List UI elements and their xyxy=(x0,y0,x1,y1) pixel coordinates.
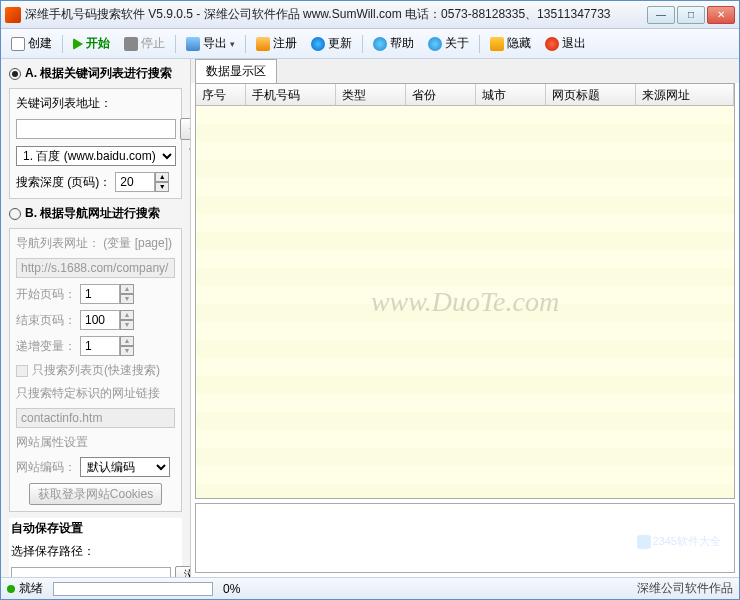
col-phone[interactable]: 手机号码 xyxy=(246,84,336,105)
progress-bar xyxy=(53,582,213,596)
data-grid[interactable]: 序号 手机号码 类型 省份 城市 网页标题 来源网址 www.DuoTe.com xyxy=(195,83,735,499)
stop-label: 停止 xyxy=(141,35,165,52)
start-page-spinner[interactable]: ▲▼ xyxy=(80,284,134,304)
grid-body[interactable]: www.DuoTe.com xyxy=(196,106,734,498)
listonly-checkbox[interactable]: 只搜索列表页(快速搜索) xyxy=(16,362,175,379)
mode-a-radio[interactable]: A. 根据关键词列表进行搜索 xyxy=(9,65,182,82)
spin-down-icon[interactable]: ▼ xyxy=(120,320,134,330)
col-seq[interactable]: 序号 xyxy=(196,84,246,105)
window-title: 深维手机号码搜索软件 V5.9.0.5 - 深维公司软件作品 www.SumWi… xyxy=(25,6,647,23)
search-engine-select[interactable]: 1. 百度 (www.baidu.com) xyxy=(16,146,176,166)
about-button[interactable]: 关于 xyxy=(422,32,475,55)
exit-button[interactable]: 退出 xyxy=(539,32,592,55)
tab-bar: 数据显示区 xyxy=(191,59,739,83)
spin-up-icon[interactable]: ▲ xyxy=(120,336,134,346)
new-icon xyxy=(11,37,25,51)
company-label: 深维公司软件作品 xyxy=(637,580,733,597)
nav-url-input[interactable] xyxy=(16,258,175,278)
about-label: 关于 xyxy=(445,35,469,52)
browse-button[interactable]: 浏览 xyxy=(175,566,191,577)
update-button[interactable]: 更新 xyxy=(305,32,358,55)
linkfilter-input[interactable] xyxy=(16,408,175,428)
export-icon xyxy=(186,37,200,51)
col-title[interactable]: 网页标题 xyxy=(546,84,636,105)
col-source[interactable]: 来源网址 xyxy=(636,84,734,105)
keyword-addr-label: 关键词列表地址： xyxy=(16,95,175,112)
stop-icon xyxy=(124,37,138,51)
import-button[interactable]: 导入 xyxy=(180,118,191,140)
autosave-title: 自动保存设置 xyxy=(11,520,180,537)
help-label: 帮助 xyxy=(390,35,414,52)
minimize-button[interactable]: — xyxy=(647,6,675,24)
increment-spinner[interactable]: ▲▼ xyxy=(80,336,134,356)
new-button[interactable]: 创建 xyxy=(5,32,58,55)
start-page-label: 开始页码： xyxy=(16,286,76,303)
radio-icon xyxy=(9,208,21,220)
mode-a-label: A. 根据关键词列表进行搜索 xyxy=(25,65,172,82)
linkfilter-label: 只搜索特定标识的网址链接 xyxy=(16,385,175,402)
close-button[interactable]: ✕ xyxy=(707,6,735,24)
spin-down-icon[interactable]: ▼ xyxy=(155,182,169,192)
radio-icon xyxy=(9,68,21,80)
nav-label: 导航列表网址： (变量 [page]) xyxy=(16,235,175,252)
depth-input[interactable] xyxy=(115,172,155,192)
spin-down-icon[interactable]: ▼ xyxy=(120,294,134,304)
encoding-select[interactable]: 默认编码 xyxy=(80,457,170,477)
spin-up-icon[interactable]: ▲ xyxy=(120,284,134,294)
help-button[interactable]: 帮助 xyxy=(367,32,420,55)
maximize-button[interactable]: □ xyxy=(677,6,705,24)
hide-label: 隐藏 xyxy=(507,35,531,52)
help-icon xyxy=(373,37,387,51)
exit-label: 退出 xyxy=(562,35,586,52)
titlebar[interactable]: 深维手机号码搜索软件 V5.9.0.5 - 深维公司软件作品 www.SumWi… xyxy=(1,1,739,29)
mode-b-label: B. 根据导航网址进行搜索 xyxy=(25,205,160,222)
depth-label: 搜索深度 (页码)： xyxy=(16,174,111,191)
export-label: 导出 xyxy=(203,35,227,52)
hide-button[interactable]: 隐藏 xyxy=(484,32,537,55)
col-province[interactable]: 省份 xyxy=(406,84,476,105)
spin-down-icon[interactable]: ▼ xyxy=(120,346,134,356)
spin-up-icon[interactable]: ▲ xyxy=(155,172,169,182)
end-page-input[interactable] xyxy=(80,310,120,330)
new-label: 创建 xyxy=(28,35,52,52)
export-button[interactable]: 导出▾ xyxy=(180,32,241,55)
separator xyxy=(479,35,480,53)
autosave-group: 自动保存设置 选择保存路径： 浏览 去除重复手机号码 去除手机号前的"0" 搜索… xyxy=(9,518,182,577)
start-label: 开始 xyxy=(86,35,110,52)
ready-icon xyxy=(7,585,15,593)
section-b-group: 导航列表网址： (变量 [page]) 开始页码： ▲▼ 结束页码： ▲▼ 递增… xyxy=(9,228,182,512)
sidebar: A. 根据关键词列表进行搜索 关键词列表地址： 导入 1. 百度 (www.ba… xyxy=(1,59,191,577)
ready-label: 就绪 xyxy=(19,580,43,597)
col-city[interactable]: 城市 xyxy=(476,84,546,105)
savepath-label: 选择保存路径： xyxy=(11,543,180,560)
start-page-input[interactable] xyxy=(80,284,120,304)
main-area: 数据显示区 序号 手机号码 类型 省份 城市 网页标题 来源网址 www.Duo… xyxy=(191,59,739,577)
app-window: 深维手机号码搜索软件 V5.9.0.5 - 深维公司软件作品 www.SumWi… xyxy=(0,0,740,600)
toolbar: 创建 开始 停止 导出▾ 注册 更新 帮助 关于 隐藏 退出 xyxy=(1,29,739,59)
hide-icon xyxy=(490,37,504,51)
mode-b-radio[interactable]: B. 根据导航网址进行搜索 xyxy=(9,205,182,222)
increment-input[interactable] xyxy=(80,336,120,356)
tab-data-display[interactable]: 数据显示区 xyxy=(195,59,277,83)
update-icon xyxy=(311,37,325,51)
start-button[interactable]: 开始 xyxy=(67,32,116,55)
grid-header: 序号 手机号码 类型 省份 城市 网页标题 来源网址 xyxy=(196,84,734,106)
register-button[interactable]: 注册 xyxy=(250,32,303,55)
col-type[interactable]: 类型 xyxy=(336,84,406,105)
encoding-label: 网站编码： xyxy=(16,459,76,476)
register-icon xyxy=(256,37,270,51)
exit-icon xyxy=(545,37,559,51)
savepath-input[interactable] xyxy=(11,567,171,577)
depth-spinner[interactable]: ▲▼ xyxy=(115,172,169,192)
log-pane[interactable] xyxy=(195,503,735,573)
spin-up-icon[interactable]: ▲ xyxy=(120,310,134,320)
progress-percent: 0% xyxy=(223,582,240,596)
keyword-addr-input[interactable] xyxy=(16,119,176,139)
separator xyxy=(175,35,176,53)
cookies-button[interactable]: 获取登录网站Cookies xyxy=(29,483,162,505)
separator xyxy=(245,35,246,53)
end-page-spinner[interactable]: ▲▼ xyxy=(80,310,134,330)
update-label: 更新 xyxy=(328,35,352,52)
stop-button[interactable]: 停止 xyxy=(118,32,171,55)
separator xyxy=(62,35,63,53)
